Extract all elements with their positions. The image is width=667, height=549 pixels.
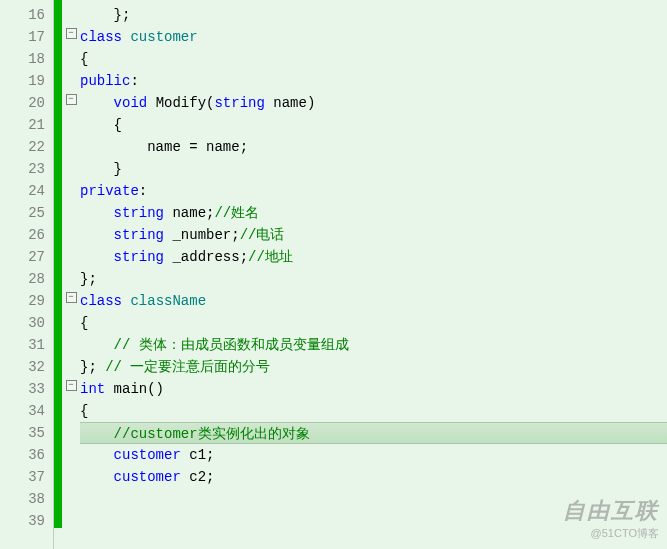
code-line[interactable]: class customer xyxy=(80,26,667,48)
code-token: ; xyxy=(240,139,248,155)
fold-toggle-icon[interactable]: − xyxy=(66,380,77,391)
line-number: 25 xyxy=(4,202,45,224)
code-line[interactable] xyxy=(80,510,667,532)
change-marker xyxy=(54,132,62,154)
line-number: 32 xyxy=(4,356,45,378)
code-token xyxy=(80,426,114,442)
change-marker xyxy=(54,66,62,88)
code-token: } xyxy=(80,161,122,177)
code-line[interactable]: void Modify(string name) xyxy=(80,92,667,114)
code-token: ; xyxy=(240,249,248,265)
code-token: string xyxy=(114,249,173,265)
code-token xyxy=(80,95,114,111)
code-line[interactable]: public: xyxy=(80,70,667,92)
code-token: () xyxy=(147,381,164,397)
change-marker xyxy=(54,330,62,352)
code-token: name xyxy=(273,95,307,111)
code-token: int xyxy=(80,381,114,397)
fold-cell xyxy=(62,220,80,242)
change-marker xyxy=(54,198,62,220)
change-marker xyxy=(54,352,62,374)
code-token: _number xyxy=(172,227,231,243)
line-number: 29 xyxy=(4,290,45,312)
fold-cell xyxy=(62,132,80,154)
fold-cell xyxy=(62,352,80,374)
code-token: string xyxy=(114,205,173,221)
code-line[interactable]: { xyxy=(80,312,667,334)
line-number: 30 xyxy=(4,312,45,334)
code-token: class xyxy=(80,29,130,45)
fold-cell xyxy=(62,440,80,462)
code-editor[interactable]: 1617181920212223242526272829303132333435… xyxy=(0,0,667,549)
line-number: 26 xyxy=(4,224,45,246)
fold-toggle-icon[interactable]: − xyxy=(66,28,77,39)
code-token: ; xyxy=(206,447,214,463)
code-token: main xyxy=(114,381,148,397)
line-number: 19 xyxy=(4,70,45,92)
fold-toggle-icon[interactable]: − xyxy=(66,292,77,303)
code-token xyxy=(80,205,114,221)
change-marker xyxy=(54,308,62,330)
code-token xyxy=(80,447,114,463)
code-token: }; xyxy=(80,359,105,375)
change-marker xyxy=(54,286,62,308)
change-marker xyxy=(54,44,62,66)
code-line[interactable]: customer c2; xyxy=(80,466,667,488)
code-token: customer xyxy=(114,469,190,485)
code-line[interactable]: string _number;//电话 xyxy=(80,224,667,246)
line-number: 38 xyxy=(4,488,45,510)
code-token xyxy=(80,227,114,243)
change-marker xyxy=(54,374,62,396)
code-line[interactable]: { xyxy=(80,114,667,136)
change-marker xyxy=(54,506,62,528)
code-line[interactable]: name = name; xyxy=(80,136,667,158)
line-number: 34 xyxy=(4,400,45,422)
code-token: ; xyxy=(231,227,239,243)
code-line[interactable]: }; xyxy=(80,4,667,26)
code-token: className xyxy=(130,293,206,309)
fold-cell xyxy=(62,308,80,330)
line-number: 37 xyxy=(4,466,45,488)
fold-cell xyxy=(62,154,80,176)
fold-cell xyxy=(62,462,80,484)
code-line[interactable]: //customer类实例化出的对象 xyxy=(80,422,667,444)
code-line[interactable]: }; xyxy=(80,268,667,290)
code-line[interactable]: string name;//姓名 xyxy=(80,202,667,224)
code-line[interactable]: customer c1; xyxy=(80,444,667,466)
fold-cell xyxy=(62,66,80,88)
code-token: string xyxy=(114,227,173,243)
code-token: void xyxy=(114,95,156,111)
fold-cell: − xyxy=(62,22,80,44)
code-token: //地址 xyxy=(248,249,293,265)
code-token: _address xyxy=(172,249,239,265)
code-line[interactable]: }; // 一定要注意后面的分号 xyxy=(80,356,667,378)
change-marker xyxy=(54,418,62,440)
code-line[interactable]: private: xyxy=(80,180,667,202)
code-line[interactable] xyxy=(80,488,667,510)
code-token: ) xyxy=(307,95,315,111)
code-token: public xyxy=(80,73,130,89)
code-line[interactable]: { xyxy=(80,400,667,422)
fold-cell xyxy=(62,418,80,440)
fold-cell xyxy=(62,198,80,220)
code-line[interactable]: string _address;//地址 xyxy=(80,246,667,268)
code-line[interactable]: class className xyxy=(80,290,667,312)
fold-toggle-icon[interactable]: − xyxy=(66,94,77,105)
code-token: { xyxy=(80,315,88,331)
change-marker xyxy=(54,242,62,264)
change-marker xyxy=(54,110,62,132)
code-line[interactable]: } xyxy=(80,158,667,180)
code-line[interactable]: int main() xyxy=(80,378,667,400)
code-token: name xyxy=(147,139,189,155)
code-area[interactable]: };class customer{public: void Modify(str… xyxy=(80,0,667,549)
code-token xyxy=(80,7,114,23)
code-token: : xyxy=(139,183,147,199)
code-token: ; xyxy=(206,469,214,485)
change-marker xyxy=(54,154,62,176)
line-number: 16 xyxy=(4,4,45,26)
code-line[interactable]: { xyxy=(80,48,667,70)
change-marker xyxy=(54,176,62,198)
code-token: //姓名 xyxy=(214,205,259,221)
code-line[interactable]: // 类体：由成员函数和成员变量组成 xyxy=(80,334,667,356)
fold-cell xyxy=(62,242,80,264)
